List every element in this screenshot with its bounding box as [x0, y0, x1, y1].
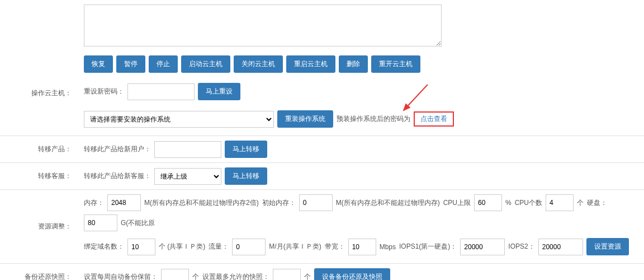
backup-button[interactable]: 设备备份还原及快照: [314, 268, 390, 280]
cpu-count-label: CPU个数: [515, 198, 542, 208]
init-mem-input[interactable]: [299, 194, 333, 211]
disk-label: 硬盘：: [587, 198, 607, 208]
cpu-count-input[interactable]: [546, 194, 574, 211]
backup-row: 备份还原快照： 设置每周自动备份保留： 个 设置最多允许的快照： 个 设备备份还…: [0, 264, 644, 280]
init-mem-note: M(所有内存总和不能超过物理内存): [336, 198, 440, 208]
delete-button[interactable]: 删除: [339, 55, 368, 73]
transfer-product-input[interactable]: [154, 141, 221, 158]
resources-label: 资源调整：: [0, 222, 78, 231]
reboot-button[interactable]: 重启云主机: [286, 55, 335, 73]
svg-line-1: [404, 85, 428, 110]
stop-button[interactable]: 停止: [149, 55, 178, 73]
backup-weekly-unit: 个: [192, 272, 199, 280]
backup-max-unit: 个: [304, 272, 311, 280]
bind-domain-label: 绑定域名数：: [84, 242, 124, 251]
transfer-product-button[interactable]: 马上转移: [225, 141, 267, 158]
mem-input[interactable]: [107, 194, 141, 211]
init-mem-label: 初始内存：: [262, 198, 296, 208]
transfer-product-row: 转移产品： 转移此产品给新用户： 马上转移: [0, 136, 644, 163]
os-select[interactable]: 请选择需要安装的操作系统: [84, 111, 274, 128]
iops1-input[interactable]: [460, 239, 505, 255]
preinstall-text: 预装操作系统后的密码为: [337, 114, 410, 124]
transfer-product-sublabel: 转移此产品给新用户：: [84, 144, 151, 154]
transfer-service-select[interactable]: 继承上级: [154, 168, 221, 185]
click-view-box: 点击查看: [414, 111, 454, 127]
recover-button[interactable]: 恢复: [84, 55, 113, 73]
operate-host-row: 操作云主机： 恢复 暂停 停止 启动云主机 关闭云主机 重启云主机 删除 重开云…: [0, 51, 644, 136]
reinstall-button[interactable]: 重装操作系统: [277, 110, 333, 128]
disk-note: G(不能比原: [121, 218, 155, 228]
transfer-service-row: 转移客服： 转移此产品给新客服： 继承上级 马上转移: [0, 163, 644, 190]
transfer-product-label: 转移产品：: [0, 144, 78, 154]
cpu-count-unit: 个: [577, 198, 584, 208]
traffic-unit: M/月(共享ＩＰ类): [269, 242, 321, 251]
resources-row: 资源调整： 内存： M(所有内存总和不能超过物理内存2倍) 初始内存： M(所有…: [0, 190, 644, 264]
bind-domain-unit: 个 (共享ＩＰ类): [159, 242, 205, 251]
backup-weekly-label: 设置每周自动备份保留：: [84, 272, 158, 280]
transfer-service-sublabel: 转移此产品给新客服：: [84, 171, 151, 181]
cpu-limit-input[interactable]: [474, 194, 502, 211]
start-button[interactable]: 启动云主机: [181, 55, 230, 73]
cpu-limit-label: CPU上限: [443, 198, 471, 208]
reset-pwd-input[interactable]: [127, 83, 195, 100]
reset-now-button[interactable]: 马上重设: [198, 83, 240, 100]
arrow-icon: [397, 83, 430, 114]
bind-domain-input[interactable]: [127, 239, 155, 255]
set-resources-button[interactable]: 设置资源: [586, 238, 629, 255]
operate-host-label: 操作云主机：: [0, 88, 78, 98]
reset-pwd-label: 重设新密码：: [84, 87, 124, 96]
traffic-label: 流量：: [209, 242, 229, 251]
bandwidth-unit: Mbps: [380, 243, 396, 251]
cpu-limit-unit: %: [505, 199, 512, 207]
traffic-input[interactable]: [232, 239, 266, 255]
backup-max-label: 设置最多允许的快照：: [202, 272, 269, 280]
mem-note: M(所有内存总和不能超过物理内存2倍): [144, 198, 259, 208]
bandwidth-input[interactable]: [348, 239, 376, 255]
shutdown-button[interactable]: 关闭云主机: [234, 55, 283, 73]
disk-input[interactable]: [84, 214, 117, 231]
notes-row: [0, 0, 644, 51]
mem-label: 内存：: [84, 198, 104, 208]
backup-weekly-input[interactable]: [161, 269, 189, 281]
click-view-link[interactable]: 点击查看: [420, 115, 447, 123]
transfer-service-button[interactable]: 马上转移: [225, 167, 267, 185]
backup-max-input[interactable]: [273, 269, 301, 281]
reopen-button[interactable]: 重开云主机: [371, 55, 420, 73]
pause-button[interactable]: 暂停: [116, 55, 145, 73]
transfer-service-label: 转移客服：: [0, 171, 78, 181]
notes-textarea[interactable]: [84, 4, 442, 46]
bandwidth-label: 带宽：: [325, 242, 345, 251]
iops1-label: IOPS1(第一硬盘)：: [399, 242, 457, 251]
iops2-input[interactable]: [538, 239, 583, 255]
iops2-label: IOPS2：: [508, 242, 534, 251]
backup-label: 备份还原快照：: [0, 272, 78, 280]
